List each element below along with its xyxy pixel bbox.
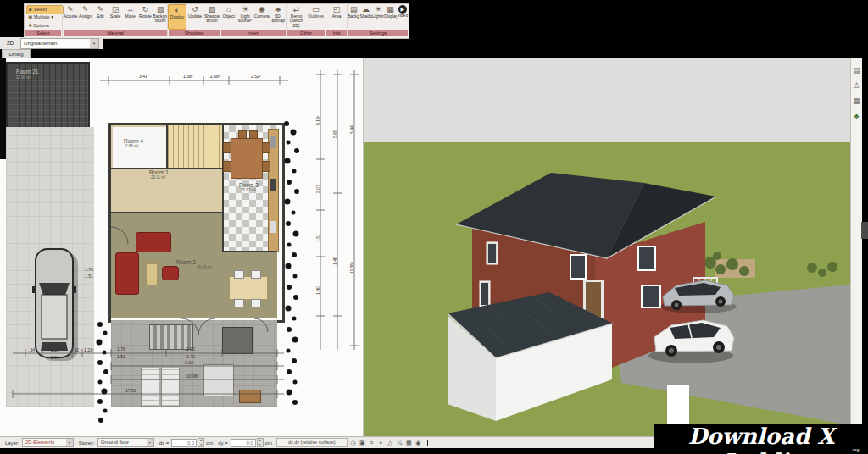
view-select[interactable]: Original terrain ▾ [20, 38, 99, 49]
plants-icon[interactable]: ♣ [851, 110, 862, 122]
move-button[interactable]: ↔Move [123, 4, 138, 30]
group-label-info: Info [326, 30, 347, 36]
background-settings-button[interactable]: ▤Background [348, 4, 359, 30]
layer-select[interactable]: 2D-Elements ▾ [22, 438, 74, 447]
materials-icon[interactable]: ▦ [851, 95, 862, 107]
lighting-settings-button[interactable]: ☀Lighting [372, 4, 384, 30]
dim-label: 1.23¹ [84, 348, 93, 352]
sofa [115, 252, 139, 295]
cursor-icon: ▶ [29, 7, 33, 12]
dim-label: 1.46 [333, 257, 337, 265]
canvas-edge [0, 58, 6, 159]
dx-stepper[interactable]: ▴▾ [198, 438, 204, 447]
plan-2d-canvas[interactable]: Raum 21 32.93 m² [0, 58, 363, 436]
roof-layers-icon[interactable]: ▤ [851, 64, 862, 76]
view-toolbar: 2D Original terrain ▾ [0, 37, 103, 49]
watermark-text: Download X Inddir [659, 424, 863, 454]
list-icon[interactable]: ≡ [368, 439, 376, 446]
dim-label: 1.51 [117, 355, 125, 359]
demo-switch-2d-button[interactable]: ⇄Demo (switch 2D) [287, 4, 306, 30]
dim-label: 2.01 [51, 356, 59, 360]
ribbon-group-shadows: ◐Display ↺Update ▧Shadow Brush Shadows [167, 4, 220, 37]
fraction-icon[interactable]: ¼ [396, 439, 403, 446]
angle-icon[interactable]: △ [387, 439, 394, 446]
display-settings-button[interactable]: ▦Display [384, 4, 396, 30]
multiple-button[interactable]: ▣Multiple ▾ [26, 14, 62, 21]
dim-label: 3.41 [139, 75, 147, 79]
video-button[interactable]: ▶Video [397, 4, 409, 30]
room-2-area: 45.49 m² [197, 266, 212, 270]
armchair [162, 266, 179, 280]
lounger [161, 368, 180, 407]
light-source-button[interactable]: ☀Light source* [237, 4, 254, 30]
dim-label: 1.51 [85, 274, 93, 279]
watermark-suffix: .org [851, 447, 859, 452]
background-brush-button[interactable]: ▨Background brush [153, 4, 168, 30]
acquire-button[interactable]: ✎Acquire [63, 4, 78, 30]
chair [223, 142, 231, 153]
dim-label: 1.76 [85, 268, 93, 272]
edit-button[interactable]: ✎Edit [92, 4, 108, 30]
dim-label: 1.70 [186, 355, 195, 359]
chair [262, 161, 270, 172]
grid-icon[interactable]: ▦ [405, 439, 413, 446]
patio-tray-table [239, 390, 261, 403]
interior-wall [111, 212, 222, 213]
storey-label: Storey: [79, 440, 95, 446]
shadow-brush-button[interactable]: ▧Shadow Brush [203, 4, 220, 30]
chair [249, 130, 258, 139]
view-3d-canvas[interactable] [364, 58, 850, 436]
dim-label: 2.26 [51, 348, 59, 352]
dx-input[interactable]: 0.0 [171, 439, 197, 447]
group-label-shadows: Shadows [169, 30, 220, 36]
dy-unit: cm [265, 440, 272, 446]
clock-icon[interactable]: ◷ [349, 439, 357, 446]
chair [223, 161, 231, 172]
shadows-settings-button[interactable]: ☁Shadows [359, 4, 371, 30]
rotate-button[interactable]: ↻Rotate [138, 4, 153, 30]
text-cursor [427, 440, 428, 446]
snap-icon[interactable]: ▣ [359, 439, 366, 446]
assign-button[interactable]: ✎Assign [78, 4, 93, 30]
dining-table [231, 138, 263, 179]
chair [262, 142, 270, 153]
dy-stepper[interactable]: ▴▾ [257, 438, 264, 447]
ribbon-group-settings: ▤Background ☁Shadows ☀Lighting ▦Display … [347, 4, 409, 37]
dim-label: 1.40 [316, 286, 320, 295]
lounger [141, 368, 159, 407]
dim-label: 1.51 [316, 234, 320, 242]
scrollbar-handle[interactable] [861, 222, 868, 239]
multiple-icon: ▣ [28, 14, 33, 19]
scale-button[interactable]: ◲Scale [108, 4, 123, 30]
dim-label: 10.98¹ [186, 374, 198, 379]
dy-label: dy = [218, 440, 228, 446]
insert-object-button[interactable]: ⌂Object [220, 4, 237, 30]
interior-wall [222, 251, 277, 252]
dim-label: 2.52¹ [251, 75, 260, 79]
dim-label: 5.44¹ [350, 125, 354, 134]
chair [238, 130, 247, 139]
camera-button[interactable]: ◉Camera [253, 4, 270, 30]
target-icon[interactable]: ⌖ [377, 439, 385, 446]
ribbon-group-material: ✎Acquire ✎Assign ✎Edit ◲Scale ↔Move ↻Rot… [62, 4, 168, 37]
patio-table [203, 364, 234, 396]
storey-select[interactable]: Ground floor ▾ [97, 438, 154, 447]
ribbon-group-insert: ⌂Object ☀Light source* ◉Camera ♣3D-Bitma… [220, 4, 287, 37]
outlines-button[interactable]: ▭Outlines [306, 4, 326, 30]
group-label-select: Select [25, 30, 61, 36]
dim-label: 11.36¹ [350, 262, 354, 274]
center-icon[interactable]: ◉ [415, 439, 422, 446]
group-label-insert: Insert [221, 30, 286, 36]
ribbon-group-info: ◰Area Info [325, 4, 348, 37]
area-button[interactable]: ◰Area [326, 4, 348, 30]
chair [234, 299, 244, 307]
options-button[interactable]: ✚Options [26, 22, 62, 30]
person-icon[interactable]: ♙ [851, 80, 862, 91]
dx-label: dx = [159, 440, 170, 446]
display-shadows-button[interactable]: ◐Display [168, 4, 186, 30]
ribbon-toolbar: ▶Select ▣Multiple ▾ ✚Options Select ✎Acq… [24, 3, 409, 39]
update-shadows-button[interactable]: ↺Update [186, 4, 203, 30]
dy-input[interactable]: 0.0 [231, 439, 256, 447]
dim-label: .34 [29, 348, 35, 352]
bitmap3d-button[interactable]: ♣3D-Bitmap [270, 4, 287, 30]
